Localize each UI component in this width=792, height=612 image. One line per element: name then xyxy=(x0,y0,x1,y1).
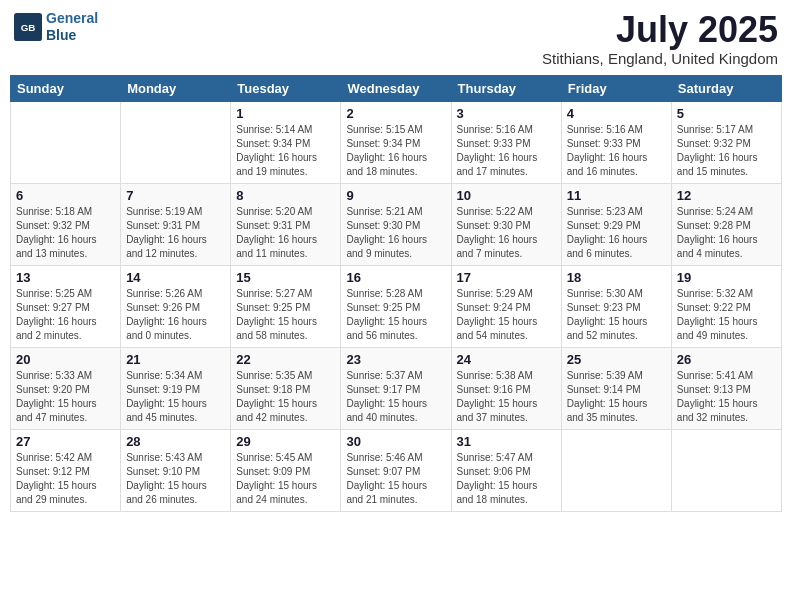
day-info: Sunrise: 5:30 AM Sunset: 9:23 PM Dayligh… xyxy=(567,287,666,343)
day-info: Sunrise: 5:38 AM Sunset: 9:16 PM Dayligh… xyxy=(457,369,556,425)
day-info: Sunrise: 5:41 AM Sunset: 9:13 PM Dayligh… xyxy=(677,369,776,425)
calendar-day-cell: 20Sunrise: 5:33 AM Sunset: 9:20 PM Dayli… xyxy=(11,347,121,429)
day-number: 10 xyxy=(457,188,556,203)
day-of-week-header: Saturday xyxy=(671,75,781,101)
calendar-day-cell: 13Sunrise: 5:25 AM Sunset: 9:27 PM Dayli… xyxy=(11,265,121,347)
day-info: Sunrise: 5:35 AM Sunset: 9:18 PM Dayligh… xyxy=(236,369,335,425)
calendar-day-cell xyxy=(11,101,121,183)
page-header: GB General Blue July 2025 Stithians, Eng… xyxy=(10,10,782,67)
day-info: Sunrise: 5:34 AM Sunset: 9:19 PM Dayligh… xyxy=(126,369,225,425)
day-number: 19 xyxy=(677,270,776,285)
day-info: Sunrise: 5:16 AM Sunset: 9:33 PM Dayligh… xyxy=(457,123,556,179)
calendar-day-cell: 4Sunrise: 5:16 AM Sunset: 9:33 PM Daylig… xyxy=(561,101,671,183)
calendar-day-cell: 10Sunrise: 5:22 AM Sunset: 9:30 PM Dayli… xyxy=(451,183,561,265)
calendar-day-cell: 11Sunrise: 5:23 AM Sunset: 9:29 PM Dayli… xyxy=(561,183,671,265)
logo-text-line1: General xyxy=(46,10,98,27)
day-info: Sunrise: 5:23 AM Sunset: 9:29 PM Dayligh… xyxy=(567,205,666,261)
location: Stithians, England, United Kingdom xyxy=(542,50,778,67)
calendar-day-cell: 26Sunrise: 5:41 AM Sunset: 9:13 PM Dayli… xyxy=(671,347,781,429)
calendar-day-cell: 23Sunrise: 5:37 AM Sunset: 9:17 PM Dayli… xyxy=(341,347,451,429)
day-number: 17 xyxy=(457,270,556,285)
calendar-day-cell: 24Sunrise: 5:38 AM Sunset: 9:16 PM Dayli… xyxy=(451,347,561,429)
calendar-day-cell xyxy=(561,429,671,511)
day-number: 29 xyxy=(236,434,335,449)
day-number: 9 xyxy=(346,188,445,203)
day-number: 5 xyxy=(677,106,776,121)
day-number: 2 xyxy=(346,106,445,121)
logo: GB General Blue xyxy=(14,10,98,44)
day-info: Sunrise: 5:17 AM Sunset: 9:32 PM Dayligh… xyxy=(677,123,776,179)
day-number: 1 xyxy=(236,106,335,121)
day-info: Sunrise: 5:18 AM Sunset: 9:32 PM Dayligh… xyxy=(16,205,115,261)
day-info: Sunrise: 5:21 AM Sunset: 9:30 PM Dayligh… xyxy=(346,205,445,261)
calendar-day-cell: 2Sunrise: 5:15 AM Sunset: 9:34 PM Daylig… xyxy=(341,101,451,183)
day-number: 18 xyxy=(567,270,666,285)
calendar-day-cell: 8Sunrise: 5:20 AM Sunset: 9:31 PM Daylig… xyxy=(231,183,341,265)
day-info: Sunrise: 5:37 AM Sunset: 9:17 PM Dayligh… xyxy=(346,369,445,425)
day-number: 16 xyxy=(346,270,445,285)
day-number: 27 xyxy=(16,434,115,449)
day-number: 13 xyxy=(16,270,115,285)
calendar-day-cell: 31Sunrise: 5:47 AM Sunset: 9:06 PM Dayli… xyxy=(451,429,561,511)
calendar-week-row: 1Sunrise: 5:14 AM Sunset: 9:34 PM Daylig… xyxy=(11,101,782,183)
day-of-week-header: Thursday xyxy=(451,75,561,101)
day-info: Sunrise: 5:29 AM Sunset: 9:24 PM Dayligh… xyxy=(457,287,556,343)
calendar-week-row: 20Sunrise: 5:33 AM Sunset: 9:20 PM Dayli… xyxy=(11,347,782,429)
day-info: Sunrise: 5:39 AM Sunset: 9:14 PM Dayligh… xyxy=(567,369,666,425)
day-number: 22 xyxy=(236,352,335,367)
calendar-table: SundayMondayTuesdayWednesdayThursdayFrid… xyxy=(10,75,782,512)
day-info: Sunrise: 5:15 AM Sunset: 9:34 PM Dayligh… xyxy=(346,123,445,179)
calendar-day-cell: 27Sunrise: 5:42 AM Sunset: 9:12 PM Dayli… xyxy=(11,429,121,511)
calendar-day-cell: 14Sunrise: 5:26 AM Sunset: 9:26 PM Dayli… xyxy=(121,265,231,347)
day-number: 21 xyxy=(126,352,225,367)
calendar-day-cell: 6Sunrise: 5:18 AM Sunset: 9:32 PM Daylig… xyxy=(11,183,121,265)
day-number: 15 xyxy=(236,270,335,285)
day-number: 31 xyxy=(457,434,556,449)
day-info: Sunrise: 5:16 AM Sunset: 9:33 PM Dayligh… xyxy=(567,123,666,179)
day-info: Sunrise: 5:32 AM Sunset: 9:22 PM Dayligh… xyxy=(677,287,776,343)
day-number: 30 xyxy=(346,434,445,449)
day-info: Sunrise: 5:19 AM Sunset: 9:31 PM Dayligh… xyxy=(126,205,225,261)
day-number: 24 xyxy=(457,352,556,367)
calendar-day-cell: 1Sunrise: 5:14 AM Sunset: 9:34 PM Daylig… xyxy=(231,101,341,183)
calendar-week-row: 13Sunrise: 5:25 AM Sunset: 9:27 PM Dayli… xyxy=(11,265,782,347)
calendar-day-cell: 16Sunrise: 5:28 AM Sunset: 9:25 PM Dayli… xyxy=(341,265,451,347)
day-info: Sunrise: 5:42 AM Sunset: 9:12 PM Dayligh… xyxy=(16,451,115,507)
calendar-week-row: 6Sunrise: 5:18 AM Sunset: 9:32 PM Daylig… xyxy=(11,183,782,265)
calendar-day-cell: 9Sunrise: 5:21 AM Sunset: 9:30 PM Daylig… xyxy=(341,183,451,265)
day-info: Sunrise: 5:25 AM Sunset: 9:27 PM Dayligh… xyxy=(16,287,115,343)
svg-text:GB: GB xyxy=(21,22,36,33)
day-info: Sunrise: 5:47 AM Sunset: 9:06 PM Dayligh… xyxy=(457,451,556,507)
day-number: 8 xyxy=(236,188,335,203)
day-info: Sunrise: 5:45 AM Sunset: 9:09 PM Dayligh… xyxy=(236,451,335,507)
day-of-week-header: Sunday xyxy=(11,75,121,101)
day-info: Sunrise: 5:27 AM Sunset: 9:25 PM Dayligh… xyxy=(236,287,335,343)
calendar-day-cell xyxy=(121,101,231,183)
day-info: Sunrise: 5:26 AM Sunset: 9:26 PM Dayligh… xyxy=(126,287,225,343)
calendar-day-cell: 25Sunrise: 5:39 AM Sunset: 9:14 PM Dayli… xyxy=(561,347,671,429)
calendar-day-cell: 21Sunrise: 5:34 AM Sunset: 9:19 PM Dayli… xyxy=(121,347,231,429)
calendar-day-cell: 3Sunrise: 5:16 AM Sunset: 9:33 PM Daylig… xyxy=(451,101,561,183)
calendar-day-cell: 22Sunrise: 5:35 AM Sunset: 9:18 PM Dayli… xyxy=(231,347,341,429)
calendar-day-cell: 7Sunrise: 5:19 AM Sunset: 9:31 PM Daylig… xyxy=(121,183,231,265)
day-info: Sunrise: 5:33 AM Sunset: 9:20 PM Dayligh… xyxy=(16,369,115,425)
day-of-week-header: Friday xyxy=(561,75,671,101)
calendar-day-cell xyxy=(671,429,781,511)
day-number: 12 xyxy=(677,188,776,203)
calendar-day-cell: 12Sunrise: 5:24 AM Sunset: 9:28 PM Dayli… xyxy=(671,183,781,265)
day-number: 3 xyxy=(457,106,556,121)
day-number: 7 xyxy=(126,188,225,203)
day-info: Sunrise: 5:24 AM Sunset: 9:28 PM Dayligh… xyxy=(677,205,776,261)
day-info: Sunrise: 5:28 AM Sunset: 9:25 PM Dayligh… xyxy=(346,287,445,343)
calendar-week-row: 27Sunrise: 5:42 AM Sunset: 9:12 PM Dayli… xyxy=(11,429,782,511)
day-number: 11 xyxy=(567,188,666,203)
calendar-day-cell: 19Sunrise: 5:32 AM Sunset: 9:22 PM Dayli… xyxy=(671,265,781,347)
day-of-week-header: Wednesday xyxy=(341,75,451,101)
day-info: Sunrise: 5:14 AM Sunset: 9:34 PM Dayligh… xyxy=(236,123,335,179)
calendar-day-cell: 18Sunrise: 5:30 AM Sunset: 9:23 PM Dayli… xyxy=(561,265,671,347)
calendar-day-cell: 5Sunrise: 5:17 AM Sunset: 9:32 PM Daylig… xyxy=(671,101,781,183)
day-info: Sunrise: 5:20 AM Sunset: 9:31 PM Dayligh… xyxy=(236,205,335,261)
calendar-day-cell: 30Sunrise: 5:46 AM Sunset: 9:07 PM Dayli… xyxy=(341,429,451,511)
title-block: July 2025 Stithians, England, United Kin… xyxy=(542,10,778,67)
logo-icon: GB xyxy=(14,13,42,41)
